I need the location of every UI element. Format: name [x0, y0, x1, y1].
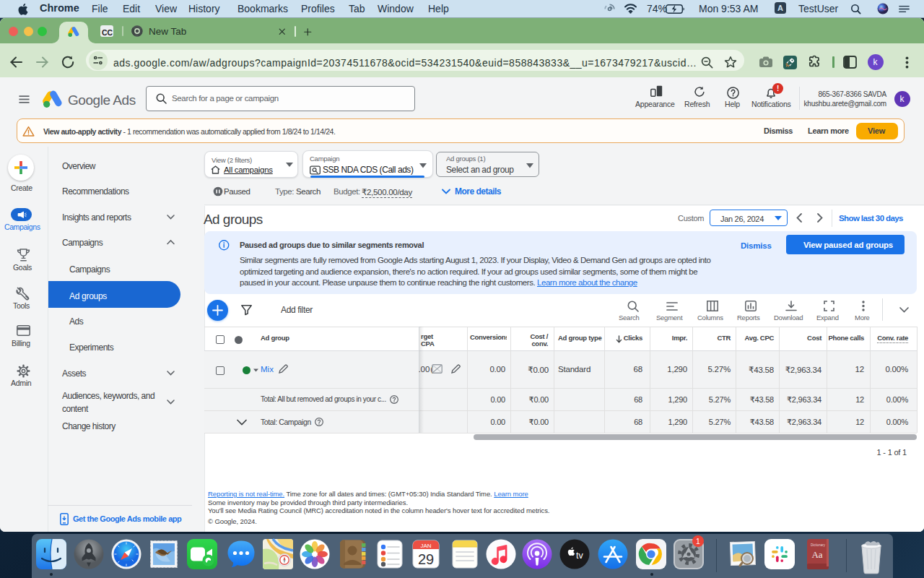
svg-text:29: 29 — [418, 551, 434, 567]
svg-text:tv: tv — [576, 551, 583, 561]
svg-text:JAN: JAN — [420, 543, 431, 549]
svg-text:Aa: Aa — [811, 549, 822, 560]
svg-text:Dictionary: Dictionary — [811, 543, 826, 547]
